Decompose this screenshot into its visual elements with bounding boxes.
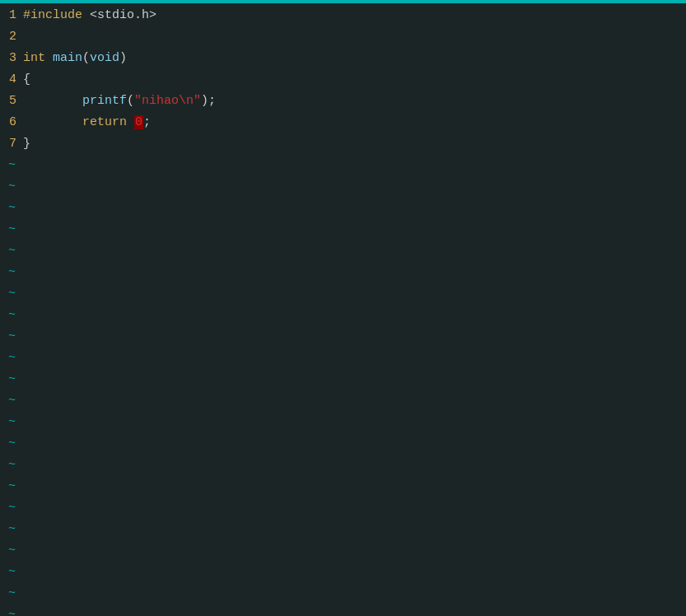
tilde-line-11: ~ [0, 369, 686, 390]
code-line-6: 6 return 0; [0, 112, 686, 133]
tilde-line-17: ~ [0, 497, 686, 519]
tilde-line-21: ~ [0, 583, 686, 604]
code-line-5: 5 printf("nihao\n"); [0, 91, 686, 112]
tilde-line-5: ~ [0, 240, 686, 262]
code-line-4: 4 { [0, 69, 686, 91]
tilde-line-18: ~ [0, 519, 686, 540]
tilde-line-15: ~ [0, 455, 686, 476]
line-number-5: 5 [0, 91, 23, 112]
tilde-line-14: ~ [0, 433, 686, 455]
line-content-6: return 0; [23, 112, 151, 133]
tilde-line-10: ~ [0, 348, 686, 369]
line-number-6: 6 [0, 112, 23, 133]
tilde-line-4: ~ [0, 219, 686, 240]
line-number-2: 2 [0, 26, 23, 48]
line-content-7: } [23, 133, 30, 155]
editor-area[interactable]: 1 #include <stdio.h> 2 3 int main(void) … [0, 3, 686, 616]
tilde-line-16: ~ [0, 476, 686, 497]
line-number-3: 3 [0, 48, 23, 69]
code-line-2: 2 [0, 26, 686, 48]
line-number-4: 4 [0, 69, 23, 91]
tilde-line-1: ~ [0, 155, 686, 176]
line-content-5: printf("nihao\n"); [23, 91, 216, 112]
tilde-line-19: ~ [0, 540, 686, 562]
code-line-7: 7 } [0, 133, 686, 155]
code-line-3: 3 int main(void) [0, 48, 686, 69]
code-line-1: 1 #include <stdio.h> [0, 5, 686, 26]
tilde-line-22: ~ [0, 604, 686, 616]
line-content-3: int main(void) [23, 48, 127, 69]
tilde-line-8: ~ [0, 305, 686, 326]
tilde-line-2: ~ [0, 176, 686, 198]
tilde-line-6: ~ [0, 262, 686, 283]
tilde-line-7: ~ [0, 283, 686, 305]
line-content-1: #include <stdio.h> [23, 5, 156, 26]
tilde-line-9: ~ [0, 326, 686, 348]
tilde-line-20: ~ [0, 562, 686, 583]
line-content-4: { [23, 69, 30, 91]
line-number-7: 7 [0, 133, 23, 155]
line-number-1: 1 [0, 5, 23, 26]
tilde-line-13: ~ [0, 412, 686, 433]
tilde-line-12: ~ [0, 390, 686, 412]
editor-container: 1 #include <stdio.h> 2 3 int main(void) … [0, 0, 686, 616]
tilde-line-3: ~ [0, 198, 686, 219]
